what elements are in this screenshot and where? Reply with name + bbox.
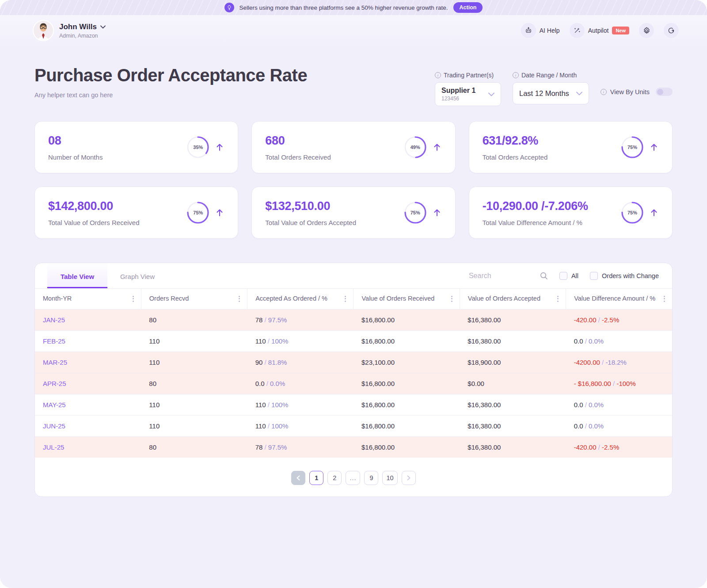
stat-label: Total Orders Received [265,153,331,161]
trading-partner-filter: i Trading Partner(s) Supplier 1 123456 [435,72,501,106]
checkbox-orders-with-change[interactable]: Orders with Change [590,272,659,280]
column-header-value-orders-accepted: Value of Orders Accepted [460,289,566,309]
column-header-accepted-as-ordered: Accepted As Ordered / % [247,289,354,309]
value-difference-cell: 0.0 / 0.0% [566,415,672,436]
ai-help-button[interactable]: AI Help [521,23,560,38]
checkbox-icon[interactable] [559,272,567,280]
table-row: MAY-25 110 110 / 100% $16,800.00 $16,380… [35,394,672,415]
ring-percent: 75% [621,201,644,224]
progress-ring: 75% [621,136,644,159]
diff-pct: -100% [616,380,635,387]
ring-percent: 49% [404,136,427,159]
page-helper-text: Any helper text can go here [34,92,307,99]
value-difference-cell: 0.0 / 0.0% [566,330,672,351]
value-received-cell: $16,800.00 [354,330,460,351]
trend-up-arrow-icon [215,208,224,218]
diff-pct: -2.5% [602,443,619,451]
checkbox-all[interactable]: All [559,272,578,280]
robot-icon [521,23,536,38]
tab-table-view[interactable]: Table View [47,263,107,288]
checkbox-orders-with-change-label: Orders with Change [602,272,659,279]
chevron-down-icon [100,25,106,29]
value-received-cell: $16,800.00 [354,415,460,436]
search-input[interactable] [469,272,535,280]
column-header-value-orders-received: Value of Orders Received [354,289,460,309]
ring-percent: 35% [186,136,209,159]
avatar[interactable] [34,21,53,40]
column-menu-icon[interactable] [343,295,348,303]
column-header-value-difference: Value Difference Amount / % [566,289,672,309]
diff-pct: 0.0% [589,401,604,409]
app-window: Sellers using more than three platforms … [0,0,707,588]
view-by-units-label: View By Units [610,88,650,95]
month-cell[interactable]: APR-25 [43,380,66,387]
month-cell[interactable]: JUN-25 [43,422,65,430]
pagination-prev-button[interactable] [291,471,305,485]
pagination-next-button[interactable] [402,471,416,485]
trading-partner-label: Trading Partner(s) [444,72,494,79]
pagination-page-10[interactable]: 10 [382,471,397,485]
page-title: Purchase Order Acceptance Rate [34,65,307,85]
chevron-left-icon [296,475,300,481]
search-box [469,271,548,280]
accepted-cell: 0.0 / 0.0% [247,373,354,394]
date-range-select[interactable]: Last 12 Months [513,82,589,104]
diff-pct: -2.5% [602,316,619,324]
value-received-cell: $23,100.00 [354,351,460,373]
search-icon[interactable] [540,271,548,280]
diff-amount: -4200.00 [574,359,600,366]
progress-ring: 35% [186,136,209,159]
stat-card-total-orders-accepted: 631/92.8% Total Orders Accepted 75% [469,121,673,173]
chevron-down-icon [576,92,582,95]
view-by-units-toggle[interactable] [656,88,673,96]
value-accepted-cell: $0.00 [460,373,566,394]
pagination-page-1[interactable]: 1 [309,471,323,485]
info-icon[interactable]: i [601,89,607,95]
info-icon[interactable]: i [513,72,519,78]
accepted-cell: 90 / 81.8% [247,351,354,373]
checkbox-icon[interactable] [590,272,598,280]
orders-recvd-cell: 80 [141,436,247,458]
month-cell[interactable]: MAY-25 [43,401,66,409]
banner-action-button[interactable]: Action [453,2,483,13]
stat-value: 08 [48,134,103,148]
pagination-ellipsis[interactable]: ... [346,471,360,485]
column-menu-icon[interactable] [237,295,242,303]
value-accepted-cell: $16,380.00 [460,394,566,415]
diff-pct: 0.0% [589,337,604,345]
value-difference-cell: - $16,800.00 / -100% [566,373,672,394]
column-menu-icon[interactable] [662,295,667,303]
diff-pct: -18.2% [605,359,627,366]
checkbox-all-label: All [571,272,578,279]
month-cell[interactable]: FEB-25 [43,337,65,345]
trading-partner-sub: 123456 [441,95,475,102]
autopilot-button[interactable]: Autpilot New [570,23,629,38]
column-menu-icon[interactable] [449,295,454,303]
month-cell[interactable]: JUL-25 [43,443,64,451]
accepted-cell: 78 / 97.5% [247,309,354,330]
column-menu-icon[interactable] [555,295,560,303]
value-difference-cell: 0.0 / 0.0% [566,394,672,415]
month-cell[interactable]: JAN-25 [43,316,65,324]
accepted-cell: 110 / 100% [247,415,354,436]
trading-partner-value: Supplier 1 [441,87,475,95]
logout-icon[interactable] [664,23,679,38]
value-accepted-cell: $16,380.00 [460,415,566,436]
diff-amount: 0.0 [574,422,583,430]
trend-up-arrow-icon [432,142,442,152]
column-menu-icon[interactable] [131,295,136,303]
info-icon[interactable]: i [435,72,441,78]
tab-graph-view[interactable]: Graph View [107,263,167,288]
user-menu[interactable]: John Wills Admin, Amazon [34,21,106,40]
value-accepted-cell: $18,900.00 [460,351,566,373]
stat-cards: 08 Number of Months 35% 680 [34,121,673,239]
orders-recvd-cell: 110 [141,415,247,436]
pagination-page-2[interactable]: 2 [327,471,342,485]
pagination-page-9[interactable]: 9 [364,471,378,485]
progress-ring: 75% [621,201,644,224]
table-row: JUL-25 80 78 / 97.5% $16,800.00 $16,380.… [35,436,672,458]
settings-gear-icon[interactable] [639,23,654,38]
table-panel: Table View Graph View All Orders with Ch… [34,263,673,497]
trading-partner-select[interactable]: Supplier 1 123456 [435,82,501,106]
month-cell[interactable]: MAR-25 [43,359,67,366]
